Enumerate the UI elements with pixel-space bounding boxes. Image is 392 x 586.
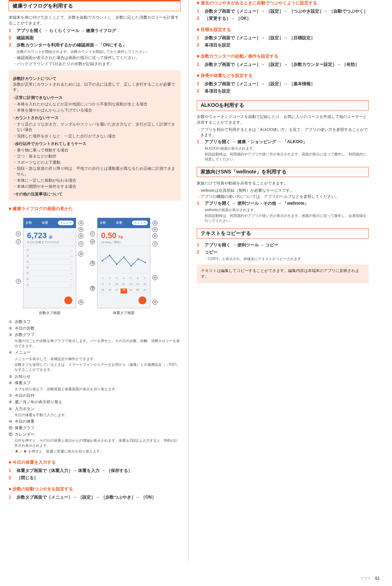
callout-1: ①	[16, 231, 21, 236]
legend-label: カレンダー	[15, 432, 35, 436]
legend-list: ① 歩数タブ ② 今日の歩数 ③ 歩数グラフ 今週の日ごとの歩数を棒グラフで表示…	[9, 319, 181, 454]
step-text: アプリを開く → 便利ツール・その他 → 「wellnote」	[205, 200, 369, 206]
svg-point-4	[130, 265, 132, 267]
heading-alkoo: ALKOOを利用する	[197, 100, 369, 110]
legend-label: 歩数グラフ	[15, 332, 35, 337]
step-2: 2 確認画面	[9, 35, 181, 41]
legend-label: 体重グラフ	[15, 426, 35, 430]
subheading-counter-setting: 歩数カウンターの起動／操作を設定する	[197, 53, 369, 59]
step3-bullet: バックグラウンドで1日あたりの歩数が記録されます。	[17, 61, 181, 67]
step-text: アプリを開く → 便利ツール → コピー	[205, 242, 369, 248]
svg-point-6	[145, 262, 146, 263]
step-text: コピー	[205, 249, 369, 255]
list-item[interactable]: 木―	[26, 271, 73, 276]
step-text: 体重タブ画面で［体重入力］→ 体重を入力 → ［保存する］	[17, 468, 181, 474]
step-text: アプリを開く → らくらくツール → 健康ライフログ	[17, 28, 181, 34]
calendar[interactable]: 1234567 891011121314 15161718192021	[97, 276, 150, 295]
svg-point-0	[102, 260, 103, 262]
callout-9: ⑨	[78, 300, 83, 305]
note-bullet: すり足のような歩き方、サンダルやスリッパを履いた歩き方など、歩行が正しく計測でき…	[17, 122, 176, 132]
weight-chart	[100, 248, 147, 273]
step-text: 歩数タブ画面で［メニュー］→ ［設定］→ ［歩数カウンター設定］→ ［有効］	[205, 62, 369, 68]
legend-sub: 今日の体重を手動で入力します。	[14, 413, 181, 418]
legend-label: メニュー	[15, 350, 31, 354]
legend-label: 歩数タブ	[15, 319, 31, 324]
legend-label: 今日の体重	[15, 419, 35, 423]
subheading-goal: 目標を設定する	[197, 27, 369, 33]
legend-sub: 歩数タブを使用しているときは、スマートフォンからデータお預かり（健康）との連携設…	[14, 362, 181, 373]
list-item[interactable]: 土―	[26, 282, 73, 288]
wellnote-text: 家族だけで写真や動画を共有することができます。	[197, 181, 369, 186]
line-chart-icon	[101, 248, 147, 273]
note-section: ○その他の注意事項について	[13, 191, 176, 197]
list-item[interactable]: 月―	[26, 253, 73, 259]
note-bullet: 立つ・座るなどの動作	[17, 154, 176, 159]
callout-5: ⑤	[152, 227, 158, 232]
legend-label: 体重タブ	[15, 381, 31, 385]
step: 2 各項目を設定	[197, 88, 369, 94]
callout-8: ⑧	[78, 251, 83, 256]
note-bullet: 本体の開閉やキー操作をする場合	[17, 184, 176, 189]
legend-sub: 日付を押すと、その日の体重と前日からの増減が表示されます。体重を2回以上入力する…	[14, 438, 181, 448]
callout-7: ⑦	[152, 241, 158, 246]
tab-steps[interactable]: 歩数	[100, 221, 106, 225]
list-item[interactable]: 水―	[26, 265, 73, 271]
step-number: 3	[9, 42, 14, 48]
note-section: ○カウントされないケース	[13, 115, 176, 121]
callout-6: ⑥	[78, 233, 83, 239]
wellnote-bullet: アプリの機能の使い方については、アプリのヘルプなどを参照してください。	[200, 194, 369, 199]
subheading-past-tweet: 過去のつぶやきがあるときに自動でつぶやくように設定する	[197, 0, 369, 6]
step-1: 1 アプリを開く → らくらくツール → 健康ライフログ	[9, 28, 181, 34]
note-bullet: 階段・急な坂道の昇り降り時は、平地での歩行とは運動量が異なるため正確に計測できま…	[17, 166, 176, 177]
step: 1 アプリを開く → 健康・ショッピング → 「ALKOO」	[197, 139, 369, 145]
fab-input-button[interactable]	[138, 296, 146, 304]
step-text: 歩数タブ画面で［メニュー］→ ［設定］→ ［歩数つぶやき］→ ［ON］	[17, 494, 181, 500]
tab-steps[interactable]: 歩数	[26, 221, 32, 225]
step-subtext: 初回起動時は、利用規約やアプリの使い方が表示されます。画面の指示に従って操作し、…	[205, 213, 369, 223]
step-subline: 今日の歩数までの4123歩	[23, 240, 76, 246]
list-item[interactable]: 日―	[26, 247, 73, 253]
callout-2: ②	[16, 239, 21, 244]
step-text: 確認画面	[17, 35, 181, 41]
note-bullet: 本体に一定した振動が伝わる場合	[17, 178, 176, 183]
step: 1 体重タブ画面で［体重入力］→ 体重を入力 → ［保存する］	[9, 468, 181, 474]
menu-button[interactable]: メニュー	[132, 221, 148, 225]
intro-text: 本端末を身に付けて歩くことで、歩数を自動でカウントし、歩数に応じた消費カロリーを…	[9, 15, 181, 26]
step: 2 コピー	[197, 249, 369, 255]
step-3: 3 歩数カウンターを利用するかの確認画面→「ONにする」	[9, 42, 181, 48]
svg-point-2	[116, 263, 118, 265]
step: 1 歩数タブ画面で［メニュー］→ ［設定］→ ［基本情報］	[197, 81, 369, 87]
heading-wellnote: 家族向けSNS「wellnote」を利用する	[197, 167, 369, 177]
list-item[interactable]: 火―	[26, 259, 73, 265]
callout-12: ⑫	[90, 286, 95, 291]
step-text: ［閉じる］	[17, 475, 181, 481]
fab-input-button[interactable]	[64, 296, 72, 304]
alkoo-bullet: アプリを初めて利用するときは「ALKOO使い方」を見て、アプリの使い方を参照する…	[200, 127, 369, 138]
menu-button[interactable]: メニュー	[58, 221, 74, 225]
legend-sub: メニューを表示して、各種設定や操作ができます。	[14, 356, 181, 362]
step: 1 歩数タブ画面で［メニュー］→ ［設定］→ ［つぶやき設定］→ ［自動でつぶや…	[197, 8, 369, 14]
tab-weight[interactable]: 体重	[116, 221, 122, 225]
step-text: 歩数タブ画面で［メニュー］→ ［設定］→ ［つぶやき設定］→ ［自動でつぶやく］	[205, 8, 369, 14]
legend-sub: ◀ ／ ▶ を押すと、前週／翌週に表示を切り替えます。	[14, 449, 181, 454]
list-item[interactable]: 金―	[26, 276, 73, 282]
legend-sub: 今週の日ごとの歩数を棒グラフで表示します。バーを押すと、その日の歩数、距離、消費…	[14, 339, 181, 349]
weight-subline: 26.09kg（増加）	[97, 240, 150, 246]
step-count: 6,723 歩	[23, 228, 76, 240]
copy-note-box: テキストは編集してコピーすることができます。編集内容は本端末のアプリに反映されま…	[197, 264, 369, 283]
step: 1 アプリを開く → 便利ツール・その他 → 「wellnote」	[197, 200, 369, 206]
svg-point-1	[109, 255, 110, 256]
note-bullet: スポーツなどの上下運動	[17, 160, 176, 165]
pedometer-note-box: 歩数計カウントについて 歩数が正常にカウントされるためには、以下の点に注意して、…	[9, 70, 181, 201]
callout-9: ⑨	[152, 300, 158, 305]
step-number: 2	[9, 35, 14, 41]
subheading-input-weight: 今日の体重を入力する	[9, 459, 181, 465]
heading-copy-text: テキストをコピーする	[197, 228, 369, 239]
callout-7: ⑦	[78, 241, 83, 246]
note-bullet: 本体を入れたかばんなどが足や地面にぶつかり不規則な振動が生じる場合	[17, 101, 176, 107]
callout-3: ③	[16, 279, 21, 284]
note-bullet: 乗り物に乗って移動する場合	[17, 147, 176, 153]
tab-weight[interactable]: 体重	[42, 221, 48, 225]
subheading-screen-overview: 健康ライフログの画面の見かた	[9, 206, 181, 212]
step-text: 歩数タブ画面で［メニュー］→ ［設定］→ ［基本情報］	[205, 81, 369, 87]
